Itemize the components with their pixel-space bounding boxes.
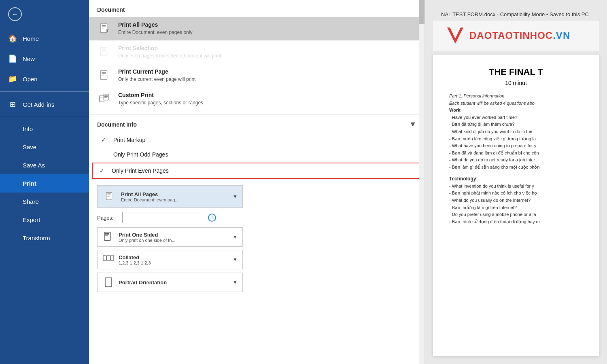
svg-rect-3 [102, 28, 104, 29]
svg-rect-6 [107, 31, 108, 32]
tech-question-4: - Do you prefer using a mobile phone or … [449, 211, 583, 218]
doc-preview: NAL TEST FORM.docx - Compatibility Mode … [425, 0, 607, 364]
sidebar-item-transform[interactable]: Transform [0, 229, 89, 247]
sidebar-print-label: Print [23, 180, 36, 187]
portrait-orientation-arrow: ▼ [233, 279, 238, 285]
print-all-dropdown-arrow: ▼ [233, 194, 238, 199]
sidebar-item-home[interactable]: 🏠 Home [0, 28, 89, 49]
only-print-even-checkmark: ✓ [100, 167, 106, 174]
svg-rect-27 [107, 195, 110, 195]
custom-print-subtitle: Type specific pages, sections or ranges [118, 99, 416, 106]
svg-rect-23 [104, 96, 108, 97]
tech-question-2: - What do you usually do on the Internet… [449, 197, 583, 204]
document-section-title: Document [97, 6, 125, 13]
sidebar-item-new[interactable]: 📄 New [0, 49, 89, 69]
question-3: - Bạn muốn làm công việc gì trong tương … [449, 135, 583, 143]
svg-rect-19 [100, 97, 103, 97]
svg-rect-7 [100, 47, 107, 56]
svg-rect-17 [102, 75, 104, 76]
part1-desc: Each student will be asked 4 questions a… [449, 100, 583, 107]
question-7: - Bạn làm gì để sẵn sàng cho một cuộc ph… [449, 164, 583, 171]
logo-tld: .VN [553, 30, 570, 41]
sidebar-item-save-as[interactable]: Save As [0, 156, 89, 174]
print-markup-checkmark: ✓ [101, 137, 108, 143]
doc-subtitle: 10 minut [449, 80, 583, 86]
print-all-dropdown[interactable]: Print All Pages Entire Document: even pa… [97, 185, 243, 208]
svg-rect-33 [103, 256, 106, 260]
collated-dropdown[interactable]: Collated 1,2,3 1,2,3 1,2,3 ▼ [97, 250, 243, 269]
portrait-orientation-dropdown[interactable]: Portrait Orientation ▼ [97, 273, 243, 292]
tech-question-1: - Bạn nghĩ phát minh nào có ích cho việc… [449, 190, 583, 197]
collated-text: Collated 1,2,3 1,2,3 1,2,3 [119, 254, 229, 265]
print-all-dropdown-subtitle: Entire Document: even pag... [121, 197, 229, 202]
sidebar-item-open[interactable]: 📁 Open [0, 69, 89, 89]
print-current-page-item[interactable]: Print Current Page Only the current even… [89, 64, 424, 87]
portrait-orientation-title: Portrait Orientation [119, 279, 229, 286]
print-one-sided-dropdown[interactable]: Print One Sided Only print on one side o… [97, 227, 243, 247]
sidebar-export-label: Export [23, 216, 40, 223]
tech-question-3: - Bạn thường làm gì trên Internet? [449, 204, 583, 212]
sidebar-new-label: New [23, 55, 35, 62]
doc-info-collapse-icon[interactable]: ▼ [409, 120, 416, 129]
addins-icon: ⊞ [8, 100, 17, 109]
only-print-odd-label: Only Print Odd Pages [113, 151, 168, 158]
collated-icon [102, 254, 115, 266]
svg-rect-28 [107, 196, 110, 196]
only-print-odd-item[interactable]: Only Print Odd Pages [89, 147, 424, 162]
print-one-sided-subtitle: Only print on one side of th... [119, 238, 229, 243]
new-icon: 📄 [8, 54, 17, 63]
doc-body: Part 1: Personal information Each studen… [449, 93, 583, 225]
collated-arrow: ▼ [233, 257, 238, 262]
print-current-page-text: Print Current Page Only the current even… [118, 68, 416, 83]
sidebar-item-save[interactable]: Save [0, 138, 89, 156]
svg-rect-8 [102, 49, 106, 49]
question-2: - What kind of job do you want to do in … [449, 128, 583, 135]
sidebar-transform-label: Transform [23, 235, 50, 241]
sidebar-item-export[interactable]: Export [0, 211, 89, 229]
portrait-orientation-text: Portrait Orientation [119, 279, 229, 286]
question-5: - Bạn đã và đang làm gì để chuẩn bị cho … [449, 150, 583, 157]
svg-rect-5 [107, 30, 108, 30]
print-markup-item[interactable]: ✓ Print Markup [89, 133, 424, 147]
svg-rect-18 [100, 96, 104, 102]
tech-question-0: - What invention do you think is useful … [449, 183, 583, 190]
pages-input[interactable] [122, 212, 203, 223]
part1-label: Part 1: Personal information [449, 93, 583, 100]
sidebar-save-as-label: Save As [23, 162, 45, 169]
collated-subtitle: 1,2,3 1,2,3 1,2,3 [119, 260, 229, 265]
scrollbar-thumb[interactable] [419, 0, 424, 24]
print-all-pages-item[interactable]: Print All Pages Entire Document: even pa… [89, 17, 424, 40]
work-label: Work: [449, 107, 583, 114]
svg-rect-32 [105, 235, 108, 236]
print-markup-label: Print Markup [113, 137, 145, 143]
title-bar-text: NAL TEST FORM.docx - Compatibility Mode … [441, 11, 589, 17]
sidebar-item-info[interactable]: Info [0, 120, 89, 138]
pages-label: Pages: [97, 215, 117, 221]
svg-rect-30 [105, 233, 109, 234]
print-selection-item: Print Selection Only even pages from sel… [89, 40, 424, 64]
tech-question-5: - Bạn thích sử dụng điện thoại di động h… [449, 218, 583, 226]
custom-print-text: Custom Print Type specific pages, sectio… [118, 91, 416, 106]
pages-info-icon[interactable]: i [208, 214, 216, 222]
svg-rect-15 [102, 72, 106, 73]
sidebar-item-addins[interactable]: ⊞ Get Add-ins [0, 94, 89, 114]
svg-rect-31 [105, 235, 109, 235]
back-icon: ← [8, 7, 22, 21]
portrait-orientation-icon [102, 276, 115, 288]
sidebar-item-print[interactable]: Print [0, 174, 89, 193]
print-one-sided-arrow: ▼ [233, 234, 238, 240]
sidebar-item-share[interactable]: Share [0, 193, 89, 211]
collated-title: Collated [119, 254, 229, 260]
document-page: THE FINAL T 10 minut Part 1: Personal in… [433, 55, 599, 356]
back-button[interactable]: ← [0, 0, 89, 28]
custom-print-title: Custom Print [118, 91, 416, 99]
print-all-dropdown-icon [102, 190, 117, 204]
tech-label: Technology: [449, 175, 583, 183]
only-print-even-item[interactable]: ✓ Only Print Even Pages [93, 163, 420, 178]
print-all-pages-subtitle: Entire Document: even pages only [118, 29, 416, 36]
doc-info-section-title: Document Info [97, 121, 137, 128]
custom-print-item[interactable]: Custom Print Type specific pages, sectio… [89, 87, 424, 111]
only-print-even-highlighted: ✓ Only Print Even Pages [92, 163, 421, 179]
open-icon: 📁 [8, 74, 17, 83]
svg-rect-22 [104, 95, 108, 95]
